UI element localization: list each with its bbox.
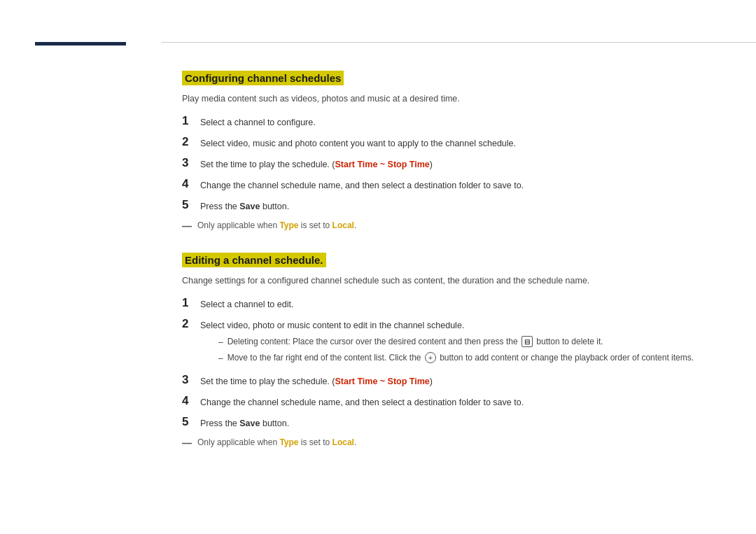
local-label-1: Local: [332, 220, 354, 230]
note-text-2: Only applicable when Type is set to Loca…: [197, 437, 356, 447]
main-content: Configuring channel schedules Play media…: [161, 42, 756, 534]
sub-bullet-delete: – Deleting content: Place the cursor ove…: [218, 335, 714, 349]
configure-step-4: 4 Change the channel schedule name, and …: [182, 178, 714, 192]
local-label-2: Local: [332, 437, 354, 447]
sidebar-bar: [35, 42, 126, 45]
edit-step-4: 4 Change the channel schedule name, and …: [182, 395, 714, 409]
step-text-5: Press the Save button.: [200, 199, 714, 213]
note-dash-1: ―: [182, 220, 192, 232]
step-text-2: Select video, music and photo content yo…: [200, 136, 714, 150]
start-stop-time-2: Start Time ~ Stop Time: [335, 377, 429, 386]
edit-step-number-2: 2: [182, 317, 200, 331]
edit-steps-list: 1 Select a channel to edit. 2 Select vid…: [182, 297, 714, 430]
step-number-5: 5: [182, 198, 200, 212]
edit-step-text-2: Select video, photo or music content to …: [200, 321, 464, 330]
step-number-4: 4: [182, 177, 200, 191]
sub-bullet-text-1: Deleting content: Place the cursor over …: [227, 335, 603, 348]
edit-step-number-5: 5: [182, 415, 200, 429]
section-configure-title: Configuring channel schedules: [182, 71, 344, 85]
note-dash-2: ―: [182, 437, 192, 449]
edit-step-number-1: 1: [182, 296, 200, 310]
edit-step-text-1: Select a channel to edit.: [200, 297, 714, 311]
edit-step-text-4: Change the channel schedule name, and th…: [200, 395, 714, 409]
sub-bullet-text-2: Move to the far right end of the content…: [227, 351, 694, 364]
page-container: Configuring channel schedules Play media…: [0, 0, 756, 534]
edit-note: ― Only applicable when Type is set to Lo…: [182, 437, 714, 449]
edit-step-3: 3 Set the time to play the schedule. (St…: [182, 374, 714, 388]
step-text-4: Change the channel schedule name, and th…: [200, 178, 714, 192]
edit-step-text-3: Set the time to play the schedule. (Star…: [200, 374, 714, 388]
configure-step-2: 2 Select video, music and photo content …: [182, 136, 714, 150]
delete-icon: ⊟: [522, 336, 533, 347]
save-label-1: Save: [239, 202, 260, 211]
step-number-2: 2: [182, 135, 200, 149]
type-label-1: Type: [279, 220, 298, 230]
configure-note: ― Only applicable when Type is set to Lo…: [182, 220, 714, 232]
configure-step-3: 3 Set the time to play the schedule. (St…: [182, 157, 714, 171]
start-stop-time-1: Start Time ~ Stop Time: [335, 160, 429, 169]
edit-step-5: 5 Press the Save button.: [182, 416, 714, 430]
configure-step-5: 5 Press the Save button.: [182, 199, 714, 213]
configure-step-1: 1 Select a channel to configure.: [182, 115, 714, 129]
section-edit-subtitle: Change settings for a configured channel…: [182, 274, 714, 288]
sub-bullet-add: – Move to the far right end of the conte…: [218, 351, 714, 365]
save-label-2: Save: [239, 419, 260, 428]
type-label-2: Type: [279, 437, 298, 447]
section-edit-title: Editing a channel schedule.: [182, 253, 326, 267]
edit-step-text-5: Press the Save button.: [200, 416, 714, 430]
step-text-3: Set the time to play the schedule. (Star…: [200, 157, 714, 171]
edit-step-number-4: 4: [182, 394, 200, 408]
edit-step-number-3: 3: [182, 373, 200, 387]
step-text-1: Select a channel to configure.: [200, 115, 714, 129]
configure-steps-list: 1 Select a channel to configure. 2 Selec…: [182, 115, 714, 213]
edit-step-2: 2 Select video, photo or music content t…: [182, 318, 714, 367]
step-number-1: 1: [182, 114, 200, 128]
sub-bullet-dash-2: –: [218, 352, 223, 365]
section-configure: Configuring channel schedules Play media…: [182, 71, 714, 232]
section-edit: Editing a channel schedule. Change setti…: [182, 253, 714, 449]
left-sidebar: [0, 0, 161, 534]
section-configure-subtitle: Play media content such as videos, photo…: [182, 92, 714, 106]
plus-icon: +: [425, 352, 436, 363]
edit-step-1: 1 Select a channel to edit.: [182, 297, 714, 311]
note-text-1: Only applicable when Type is set to Loca…: [197, 220, 356, 230]
sub-bullet-dash-1: –: [218, 336, 223, 349]
step-number-3: 3: [182, 156, 200, 170]
sub-bullets: – Deleting content: Place the cursor ove…: [200, 335, 714, 365]
